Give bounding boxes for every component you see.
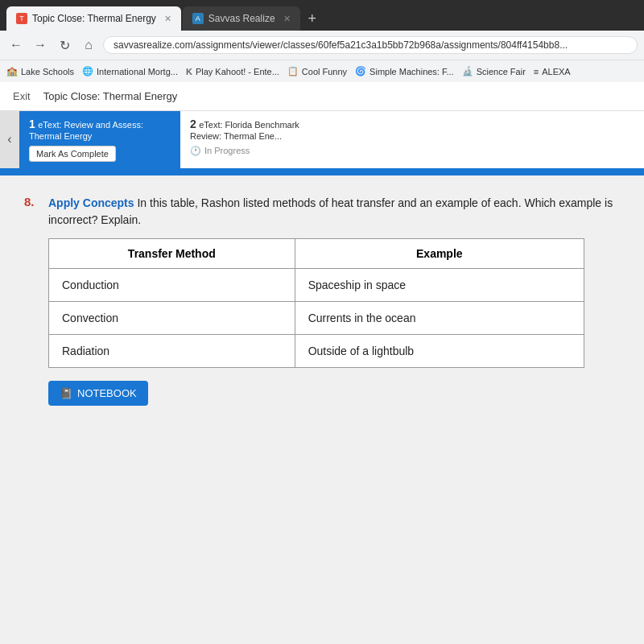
clock-icon: 🕐 — [190, 146, 201, 156]
address-input[interactable] — [103, 36, 638, 54]
bookmark-simple-machines[interactable]: 🌀 Simple Machines: F... — [355, 66, 454, 76]
bookmark-alexa[interactable]: ≡ ALEXA — [534, 67, 571, 76]
table-header-row: Transfer Method Example — [49, 238, 584, 268]
question-number: 8. — [24, 195, 40, 229]
main-content: 8. Apply Concepts In this table, Rashon … — [0, 175, 644, 644]
notebook-button[interactable]: 📓 NOTEBOOK — [48, 381, 148, 406]
heat-transfer-table: Transfer Method Example Conduction Space… — [48, 238, 584, 368]
back-button[interactable]: ← — [6, 35, 26, 55]
tab-label-savvas: Savvas Realize — [208, 13, 275, 24]
bookmark-label-lake: Lake Schools — [21, 67, 74, 76]
tab-close-thermal[interactable]: ✕ — [164, 14, 171, 24]
example-radiation: Outside of a lightbulb — [295, 334, 584, 367]
bookmark-icon-lake: 🏫 — [6, 66, 18, 76]
forward-button[interactable]: → — [31, 35, 50, 55]
mark-as-complete-button[interactable]: Mark As Complete — [29, 146, 116, 162]
col-header-example: Example — [295, 238, 584, 268]
tab1-number: 1 — [29, 118, 35, 130]
assignment-tab-1[interactable]: 1 eText: Review and Assess: Thermal Ener… — [19, 111, 180, 168]
bookmark-label-alexa: ALEXA — [542, 67, 570, 76]
tab-icon-thermal: T — [16, 13, 27, 24]
tab-icon-savvas: A — [192, 13, 204, 24]
in-progress-label: In Progress — [204, 146, 250, 155]
tab-savvas[interactable]: A Savvas Realize ✕ — [183, 6, 300, 31]
tab2-title: eText: Florida Benchmark Review: Thermal… — [190, 120, 299, 141]
table-row: Conduction Spaceship in space — [49, 268, 584, 301]
in-progress-badge: 🕐 In Progress — [190, 146, 332, 156]
page-topic-title: Topic Close: Thermal Energy — [43, 90, 178, 102]
method-convection: Convection — [49, 301, 295, 334]
assignment-prev-button[interactable]: ‹ — [0, 111, 19, 168]
assignment-tab-2[interactable]: 2 eText: Florida Benchmark Review: Therm… — [180, 111, 341, 168]
bookmark-kahoot[interactable]: K Play Kahoot! - Ente... — [186, 67, 279, 76]
tab2-number: 2 — [190, 118, 196, 130]
bookmark-science-fair[interactable]: 🔬 Science Fair — [462, 66, 526, 76]
new-tab-button[interactable]: + — [302, 10, 324, 27]
bookmark-label-science: Science Fair — [477, 67, 526, 76]
tab1-title: eText: Review and Assess: Thermal Energy — [29, 120, 143, 141]
bookmark-label-intl: International Mortg... — [97, 67, 178, 76]
notebook-icon: 📓 — [60, 387, 72, 399]
address-bar-row: ← → ↻ ⌂ — [0, 31, 644, 60]
browser-window: T Topic Close: Thermal Energy ✕ A Savvas… — [0, 0, 644, 644]
bookmark-icon-science: 🔬 — [462, 66, 473, 76]
bookmark-icon-cool: 📋 — [287, 66, 299, 76]
example-conduction: Spaceship in space — [295, 268, 584, 301]
bookmark-lake-schools[interactable]: 🏫 Lake Schools — [6, 66, 74, 76]
bookmarks-bar: 🏫 Lake Schools 🌐 International Mortg... … — [0, 60, 644, 82]
table-row: Radiation Outside of a lightbulb — [49, 334, 584, 367]
refresh-button[interactable]: ↻ — [55, 35, 74, 55]
bookmark-icon-intl: 🌐 — [82, 66, 93, 76]
question-text: Apply Concepts In this table, Rashon lis… — [48, 195, 620, 229]
question-row: 8. Apply Concepts In this table, Rashon … — [24, 195, 620, 229]
tab-close-savvas[interactable]: ✕ — [283, 14, 291, 24]
bookmark-label-kahoot: Play Kahoot! - Ente... — [196, 67, 279, 76]
col-header-method: Transfer Method — [49, 238, 295, 268]
method-conduction: Conduction — [49, 268, 295, 301]
exit-link[interactable]: Exit — [13, 90, 31, 102]
bookmark-label-cool: Cool Funny — [302, 67, 347, 76]
tab-thermal-energy[interactable]: T Topic Close: Thermal Energy ✕ — [6, 6, 181, 31]
bookmark-label-simple: Simple Machines: F... — [369, 67, 454, 76]
bookmark-icon-alexa: ≡ — [534, 67, 539, 76]
page-topbar: Exit Topic Close: Thermal Energy — [0, 82, 644, 111]
home-button[interactable]: ⌂ — [79, 35, 98, 55]
assignment-tabs: ‹ 1 eText: Review and Assess: Thermal En… — [0, 111, 644, 171]
page-content: Exit Topic Close: Thermal Energy ‹ 1 eTe… — [0, 82, 644, 644]
example-convection: Currents in the ocean — [295, 301, 584, 334]
notebook-label: NOTEBOOK — [77, 387, 137, 399]
bookmark-intl-mortg[interactable]: 🌐 International Mortg... — [82, 66, 178, 76]
method-radiation: Radiation — [49, 334, 295, 367]
bookmark-cool-funny[interactable]: 📋 Cool Funny — [287, 66, 347, 76]
bookmark-icon-simple: 🌀 — [355, 66, 366, 76]
tab-label-thermal: Topic Close: Thermal Energy — [32, 13, 156, 24]
bookmark-icon-kahoot: K — [186, 67, 192, 76]
table-row: Convection Currents in the ocean — [49, 301, 584, 334]
tab-bar: T Topic Close: Thermal Energy ✕ A Savvas… — [0, 0, 644, 31]
apply-concepts-label: Apply Concepts — [48, 196, 134, 209]
